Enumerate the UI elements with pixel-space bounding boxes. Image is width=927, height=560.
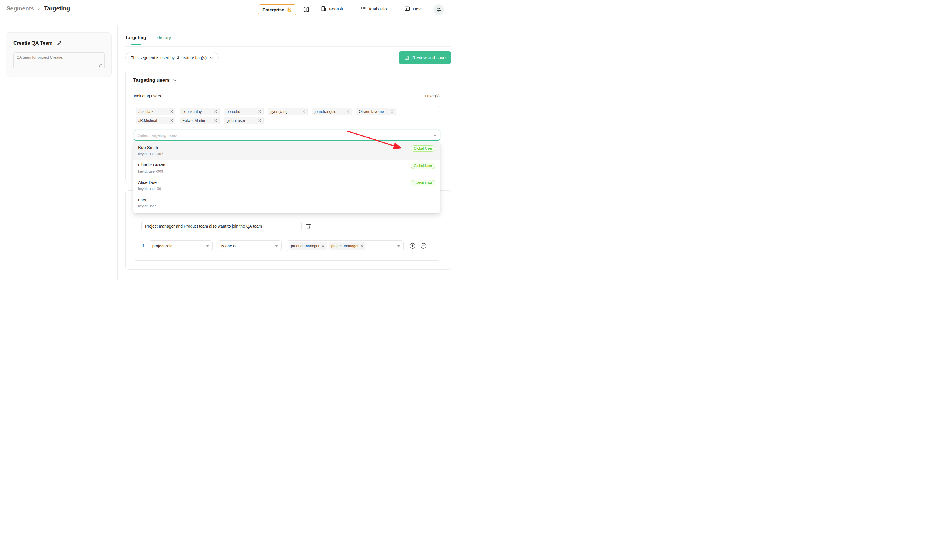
user-tag: global-user bbox=[224, 117, 264, 124]
including-users-label: Including users bbox=[134, 94, 161, 98]
user-tag: JR.Micheal bbox=[136, 117, 175, 124]
swap-arrows-icon bbox=[436, 7, 441, 12]
org-name: featbit-tio bbox=[369, 6, 387, 11]
sidebar-divider bbox=[117, 25, 118, 280]
env-name: Dev bbox=[413, 6, 421, 11]
edit-description-icon[interactable] bbox=[98, 64, 102, 68]
value-tag: project-manager bbox=[329, 242, 366, 250]
select-caret-icon bbox=[397, 245, 400, 247]
option-name: Bob Smith bbox=[138, 145, 435, 150]
option-key: keyId: user-003 bbox=[138, 169, 435, 174]
usage-count: 3 bbox=[177, 55, 179, 60]
tag-remove-icon[interactable] bbox=[302, 110, 305, 113]
tag-remove-icon[interactable] bbox=[170, 110, 173, 113]
enterprise-plan-label: Enterprise bbox=[263, 7, 284, 12]
breadcrumb: Segments > Targeting bbox=[6, 5, 70, 12]
user-tag-label: Olivier Taverne bbox=[359, 109, 384, 114]
switch-workspace-button[interactable] bbox=[433, 5, 444, 15]
tab-bar-divider bbox=[125, 46, 451, 47]
user-tag-label: fx.bazantay bbox=[182, 109, 202, 114]
delete-rule-icon[interactable] bbox=[306, 223, 311, 229]
user-option[interactable]: Alice Doe keyId: user-001 Global User bbox=[134, 177, 440, 194]
review-and-save-button[interactable]: Review and save bbox=[398, 51, 451, 64]
user-tag-label: jiyun.yang bbox=[271, 109, 288, 114]
value-tag: product-manager bbox=[289, 242, 327, 250]
property-select[interactable]: project-role bbox=[149, 240, 213, 251]
segment-usage-toggle[interactable]: This segment is used by 3 feature flag(s… bbox=[125, 52, 219, 63]
option-name: user bbox=[138, 197, 435, 203]
page-title: Targeting bbox=[44, 5, 70, 12]
if-label: If bbox=[141, 244, 144, 248]
enterprise-plan-badge[interactable]: Enterprise bbox=[258, 5, 296, 15]
option-key: keyId: user bbox=[138, 203, 435, 209]
user-count-label: 9 user(s) bbox=[424, 94, 440, 98]
user-tag-label: abs.clark bbox=[138, 109, 153, 114]
code-window-icon bbox=[404, 6, 410, 12]
value-remove-icon[interactable] bbox=[360, 244, 363, 247]
user-option[interactable]: Charlie Brown keyId: user-003 Global Use… bbox=[134, 159, 440, 177]
project-switcher[interactable]: FeatBit bbox=[321, 6, 343, 12]
global-user-badge: Global User bbox=[411, 145, 435, 152]
option-key: keyId: user-002 bbox=[138, 152, 435, 156]
user-tag: abs.clark bbox=[136, 108, 175, 115]
active-tab-indicator bbox=[131, 44, 141, 45]
tag-remove-icon[interactable] bbox=[391, 110, 393, 113]
value-remove-icon[interactable] bbox=[322, 244, 324, 247]
environment-switcher[interactable]: Dev bbox=[404, 6, 421, 12]
user-tag: jiyun.yang bbox=[268, 108, 308, 115]
targeting-users-dropdown: Bob Smith keyId: user-002 Global User Ch… bbox=[134, 142, 440, 214]
breadcrumb-segments-link[interactable]: Segments bbox=[6, 5, 34, 12]
user-tag: jean.françois bbox=[312, 108, 352, 115]
user-tag-label: Folwer.Martin bbox=[182, 118, 205, 123]
select-caret-icon bbox=[434, 135, 436, 136]
user-tag-label: global-user bbox=[226, 118, 245, 123]
save-icon bbox=[404, 55, 410, 60]
usage-suffix: feature flag(s) bbox=[182, 55, 207, 60]
user-tag-label: beau.hu bbox=[226, 109, 240, 114]
rule-condition-row: If project-role is one of product-manage… bbox=[141, 240, 426, 251]
targeting-users-select[interactable] bbox=[134, 130, 440, 141]
tag-remove-icon[interactable] bbox=[214, 119, 217, 122]
user-option[interactable]: Bob Smith keyId: user-002 Global User bbox=[134, 142, 440, 159]
value-tag-label: product-manager bbox=[291, 244, 320, 248]
option-key: keyId: user-001 bbox=[138, 186, 435, 191]
list-icon bbox=[360, 6, 366, 12]
user-option[interactable]: user keyId: user bbox=[134, 194, 440, 212]
option-name: Charlie Brown bbox=[138, 162, 435, 168]
breadcrumb-separator: > bbox=[38, 6, 41, 12]
remove-condition-button[interactable] bbox=[420, 243, 426, 249]
segment-description-box[interactable]: QA team for project Creatie. bbox=[13, 53, 105, 69]
operator-select[interactable]: is one of bbox=[217, 240, 282, 251]
usage-prefix: This segment is used by bbox=[131, 55, 175, 60]
option-name: Alice Doe bbox=[138, 179, 435, 185]
value-tag-label: project-manager bbox=[331, 244, 359, 248]
targeting-users-select-input[interactable] bbox=[137, 133, 434, 138]
tag-remove-icon[interactable] bbox=[258, 119, 261, 122]
docs-book-icon[interactable] bbox=[303, 6, 310, 13]
add-condition-button[interactable] bbox=[410, 243, 416, 249]
tag-remove-icon[interactable] bbox=[258, 110, 261, 113]
targeting-users-title: Targeting users bbox=[133, 77, 170, 83]
user-tag: Olivier Taverne bbox=[356, 108, 396, 115]
segment-description-text: QA team for project Creatie. bbox=[17, 55, 63, 59]
tab-targeting[interactable]: Targeting bbox=[125, 35, 146, 40]
tag-remove-icon[interactable] bbox=[170, 119, 173, 122]
rule-description-input[interactable] bbox=[141, 221, 302, 231]
rule-box: If project-role is one of product-manage… bbox=[134, 215, 440, 261]
project-name: FeatBit bbox=[329, 6, 343, 11]
org-switcher[interactable]: featbit-tio bbox=[360, 6, 387, 12]
values-multiselect[interactable]: product-manager project-manager bbox=[287, 240, 404, 251]
global-user-badge: Global User bbox=[411, 163, 435, 169]
segment-info-card: Creatie QA Team QA team for project Crea… bbox=[6, 32, 112, 77]
edit-name-icon[interactable] bbox=[56, 41, 61, 46]
chevron-down-icon bbox=[210, 56, 213, 60]
user-tag-label: jean.françois bbox=[315, 109, 336, 114]
tag-remove-icon[interactable] bbox=[346, 110, 349, 113]
review-and-save-label: Review and save bbox=[412, 55, 445, 60]
tab-history[interactable]: History bbox=[157, 35, 171, 40]
operator-select-value: is one of bbox=[221, 244, 237, 248]
tag-remove-icon[interactable] bbox=[214, 110, 217, 113]
user-tag: Folwer.Martin bbox=[180, 117, 220, 124]
user-tag-label: JR.Micheal bbox=[138, 118, 157, 123]
collapse-chevron-icon[interactable] bbox=[173, 78, 177, 83]
